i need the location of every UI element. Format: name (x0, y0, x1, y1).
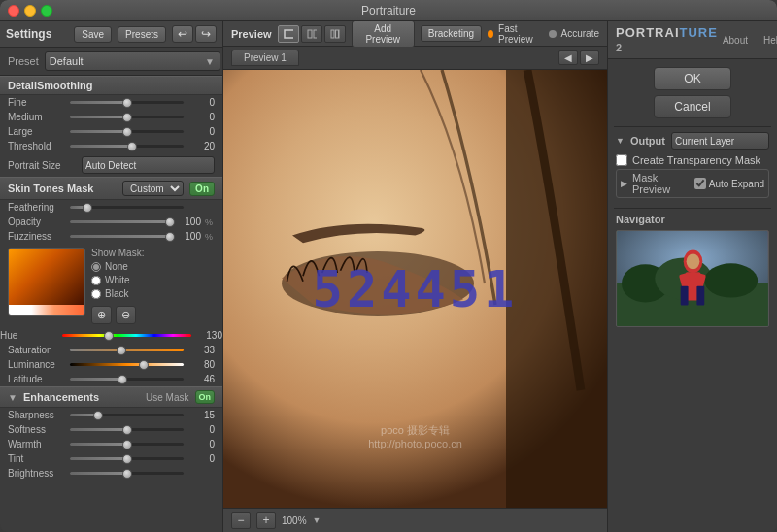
maximize-button[interactable] (41, 5, 52, 17)
latitude-slider-row: Latitude 46 (0, 372, 222, 386)
opacity-pct: % (205, 217, 215, 227)
undo-button[interactable]: ↩ (172, 25, 193, 43)
latitude-slider-track[interactable] (70, 378, 184, 381)
large-slider-track[interactable] (70, 130, 184, 133)
luminance-slider-row: Luminance 80 (0, 357, 222, 372)
enhancements-header: ▼ Enhancements Use Mask On (0, 386, 222, 408)
saturation-value: 33 (187, 345, 215, 355)
output-layer-select[interactable]: Current Layer (671, 132, 769, 150)
bracketing-button[interactable]: Bracketing (421, 25, 482, 42)
zoom-in-button[interactable]: + (256, 512, 276, 529)
feathering-slider-track[interactable] (70, 206, 184, 209)
output-collapse-icon[interactable]: ▼ (616, 136, 625, 146)
traffic-lights[interactable] (8, 5, 52, 17)
color-swatch-gradient (9, 249, 84, 305)
mask-preview-row: ▶ Mask Preview Auto Expand (616, 169, 769, 198)
create-transparency-text: Create Transparency (632, 154, 732, 166)
fuzziness-pct: % (205, 232, 215, 242)
tint-slider-track[interactable] (70, 457, 184, 460)
warmth-slider-track[interactable] (70, 443, 184, 446)
next-arrow-button[interactable]: ▶ (580, 50, 599, 65)
fast-preview-dot (488, 30, 493, 38)
zoom-dropdown-icon[interactable]: ▼ (313, 515, 321, 525)
accurate-label[interactable]: Accurate (561, 28, 599, 39)
show-mask-label: Show Mask: (91, 248, 144, 258)
svg-rect-19 (681, 286, 689, 306)
create-transparency-mask-label: Mask (735, 154, 760, 166)
tint-label: Tint (8, 453, 66, 464)
left-toolbar: Settings Save Presets ↩ ↪ (0, 21, 222, 48)
eyedropper1-button[interactable]: ⊕ (91, 306, 112, 324)
single-view-button[interactable] (278, 25, 299, 43)
eyedropper2-button[interactable]: ⊖ (116, 306, 136, 324)
opacity-slider-track[interactable] (70, 220, 170, 223)
svg-rect-1 (308, 30, 312, 38)
filmstrip-view-button[interactable] (324, 25, 346, 43)
prev-arrow-button[interactable]: ◀ (558, 50, 578, 65)
add-preview-button[interactable]: Add Preview (352, 20, 415, 48)
show-mask-white-radio[interactable] (91, 276, 101, 285)
create-transparency-checkbox[interactable] (616, 154, 627, 166)
preset-select[interactable]: Default (45, 51, 220, 71)
preview-tab-1[interactable]: Preview 1 (231, 50, 299, 66)
hue-slider-track[interactable] (62, 334, 191, 337)
ok-cancel-area: OK Cancel (608, 59, 777, 126)
logo-ture: TURE (680, 25, 718, 40)
logo-version: 2 (616, 42, 623, 53)
svg-rect-2 (314, 30, 317, 38)
saturation-slider-track[interactable] (70, 349, 184, 351)
show-mask-none-radio[interactable] (91, 262, 101, 272)
navigator-image[interactable] (616, 230, 769, 327)
softness-value: 0 (187, 424, 215, 435)
presets-button[interactable]: Presets (118, 26, 166, 43)
color-swatch[interactable] (8, 248, 85, 316)
split-view-button[interactable] (301, 25, 322, 43)
skin-mask-on-badge[interactable]: On (189, 182, 215, 196)
threshold-slider-track[interactable] (70, 145, 184, 148)
ok-button[interactable]: OK (654, 67, 731, 90)
preset-row: Preset Default ▼ (0, 48, 222, 76)
svg-rect-20 (696, 286, 704, 306)
preview-toolbar: Preview Add Preview Bracketing Fast Prev… (223, 21, 607, 47)
accurate-dot (549, 30, 557, 38)
logo-portrai: PORTRAI (616, 25, 680, 40)
save-button[interactable]: Save (74, 26, 112, 43)
color-area: Show Mask: None White Black ⊕ ⊖ (0, 244, 222, 328)
right-panel: PORTRAITURE 2 About Help OK Cancel ▼ Out… (607, 21, 777, 532)
portrait-size-row: Portrait Size Auto Detect (0, 153, 222, 177)
show-mask-none-label: None (105, 261, 128, 272)
navigator-label: Navigator (616, 214, 769, 225)
cancel-button[interactable]: Cancel (654, 95, 731, 118)
use-mask-label: Use Mask (146, 392, 188, 403)
auto-expand-checkbox[interactable] (694, 178, 706, 189)
feathering-slider-row: Feathering (0, 200, 222, 215)
skin-tones-mask-header: Skin Tones Mask Custom On (0, 177, 222, 200)
softness-slider-track[interactable] (70, 428, 184, 431)
preview-image: 524451 poco 摄影专辑 http://photo.poco.cn (223, 70, 607, 508)
about-button[interactable]: About (718, 33, 753, 48)
preview-mode-row: Fast Preview Accurate (488, 23, 599, 45)
right-header: PORTRAITURE 2 About Help (608, 21, 777, 59)
fuzziness-slider-track[interactable] (70, 235, 170, 238)
close-button[interactable] (8, 5, 19, 17)
use-mask-on-badge[interactable]: On (195, 390, 216, 404)
sharpness-slider-row: Sharpness 15 (0, 408, 222, 422)
fast-preview-item: Fast Preview (488, 23, 541, 45)
portrait-size-select[interactable]: Auto Detect (82, 156, 215, 174)
show-mask-black-radio[interactable] (91, 289, 101, 299)
sharpness-slider-track[interactable] (70, 414, 184, 416)
fast-preview-label[interactable]: Fast Preview (498, 23, 541, 45)
mask-preview-arrow-icon[interactable]: ▶ (621, 179, 627, 188)
zoom-out-button[interactable]: − (231, 512, 251, 529)
medium-slider-track[interactable] (70, 116, 184, 118)
help-button[interactable]: Help (759, 33, 777, 48)
brightness-slider-track[interactable] (70, 472, 184, 475)
redo-button[interactable]: ↪ (195, 25, 217, 43)
enhancements-toggle-icon[interactable]: ▼ (8, 392, 17, 403)
minimize-button[interactable] (24, 5, 36, 17)
left-panel: Settings Save Presets ↩ ↪ Preset Default… (0, 21, 223, 532)
luminance-slider-track[interactable] (70, 363, 184, 366)
fine-slider-track[interactable] (70, 101, 184, 104)
preview-nav-arrows: ◀ ▶ (558, 50, 599, 65)
skin-mask-type-select[interactable]: Custom (122, 181, 184, 196)
